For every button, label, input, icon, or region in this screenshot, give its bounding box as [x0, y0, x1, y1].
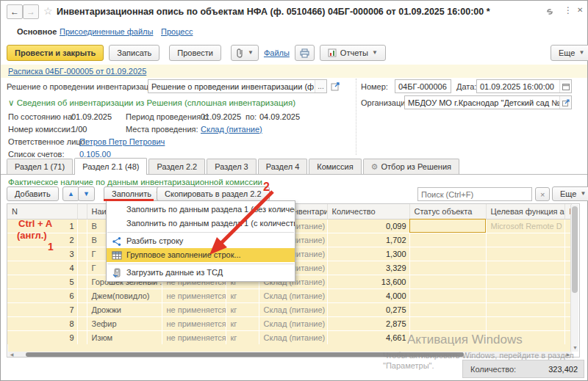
- post-and-close-button[interactable]: Провести и закрыть: [7, 45, 104, 61]
- close-icon: ×: [540, 190, 545, 199]
- period-to: 04.09.2025: [259, 112, 300, 121]
- tab-commission[interactable]: Комиссия: [309, 159, 361, 174]
- responsible-label: Ответственное лицо:: [8, 137, 87, 146]
- col-mark[interactable]: [77, 204, 87, 219]
- vscroll-thumb[interactable]: [572, 206, 578, 293]
- choose-button[interactable]: ...: [315, 80, 326, 92]
- gear-icon: ⚙: [371, 162, 379, 172]
- tab-selection[interactable]: ⚙Отбор из Решения: [363, 159, 459, 174]
- forward-button[interactable]: →: [23, 4, 39, 19]
- col-status[interactable]: Статус объекта: [409, 204, 486, 219]
- annotation-underline: [104, 199, 154, 201]
- write-button[interactable]: Записать: [109, 45, 159, 61]
- menu-item-load-tsd[interactable]: Загрузить данные из ТСД: [107, 266, 295, 280]
- open-decision-icon[interactable]: [331, 81, 340, 91]
- command-bar: Провести и закрыть Записать Провести ▼ Ф…: [7, 45, 386, 61]
- windows-activation-watermark: Активация Windows: [407, 333, 523, 347]
- tab-process[interactable]: Процесс: [161, 27, 193, 36]
- total-quantity-label: Количество:: [463, 365, 516, 374]
- annotation-arrow: [201, 184, 278, 258]
- table-row[interactable]: 8 Зефир не применяется кг Склад (питание…: [7, 316, 571, 330]
- open-org-icon[interactable]: [559, 96, 571, 109]
- tab-section-2-2[interactable]: Раздел 2.2: [148, 159, 205, 174]
- commission-value: 1/00: [71, 125, 87, 134]
- period-from: 01.09.2025: [201, 112, 241, 121]
- annotation-step-1: 1: [48, 241, 54, 253]
- print-button[interactable]: [295, 45, 315, 61]
- table-row[interactable]: 6 Джем(повидло) не применяется кг Склад …: [7, 289, 571, 302]
- decision-field[interactable]: Решение о проведении инвентаризации (ф. …: [148, 79, 327, 93]
- add-row-button[interactable]: Добавить: [7, 186, 59, 201]
- reports-button[interactable]: Отчеты▼: [320, 45, 386, 61]
- table-fill-icon: [112, 250, 122, 261]
- table-more-button[interactable]: Еще▼: [552, 186, 588, 201]
- clear-search-button[interactable]: ×: [535, 187, 550, 201]
- as-of-label: По состоянию на:: [8, 112, 74, 121]
- post-button[interactable]: Провести: [169, 45, 221, 61]
- arrow-up-icon: ▲: [68, 190, 74, 197]
- org-field[interactable]: МБДОУ МО г.Краснодар "Детский сад № 314": [404, 95, 572, 109]
- more-menu-icon[interactable]: ⋮: [564, 5, 573, 15]
- windows-activation-watermark-line2: Чтобы активировать Windows, перейдите в …: [383, 351, 574, 360]
- number-label: Номер:: [361, 82, 388, 91]
- receipt-link[interactable]: Расписка 04БГ-000005 от 01.09.2025: [8, 67, 146, 76]
- commission-label: Номер комиссии:: [8, 125, 73, 134]
- scroll-left-icon[interactable]: ◀: [8, 352, 15, 358]
- move-down-button[interactable]: ▼: [78, 186, 95, 201]
- total-quantity-box: Количество: 323,402: [462, 360, 584, 378]
- printer-icon: [300, 48, 309, 58]
- split-row-icon: [112, 236, 122, 247]
- total-quantity-value: 323,402: [548, 365, 584, 374]
- paperclip-icon: [236, 48, 244, 58]
- annotation-lang: (англ.): [17, 230, 47, 241]
- nav-buttons: ←→: [7, 4, 39, 19]
- number-field[interactable]: 04БГ-000006: [395, 79, 451, 93]
- tab-main[interactable]: Основное: [17, 27, 57, 36]
- places-link[interactable]: Склад (питание): [201, 125, 262, 134]
- back-button[interactable]: ←: [7, 4, 23, 19]
- col-n[interactable]: N: [7, 204, 77, 219]
- divider: [356, 79, 356, 155]
- more-button[interactable]: Еще▼: [551, 45, 588, 61]
- close-icon[interactable]: ✕: [577, 6, 583, 14]
- tab-section-2-1[interactable]: Раздел 2.1 (48): [74, 158, 147, 175]
- tab-attached-files[interactable]: Присоединенные файлы: [60, 27, 153, 36]
- forward-icon: →: [26, 7, 35, 17]
- annotation-ctrl-a: Ctrl + A: [18, 218, 52, 229]
- linked-docs-strip: Расписка 04БГ-000005 от 01.09.2025: [1, 65, 587, 78]
- windows-activation-watermark-line3: "Параметры".: [383, 361, 434, 370]
- tab-section-1[interactable]: Раздел 1 (71): [7, 159, 73, 174]
- places-label: Места проведения:: [126, 125, 198, 134]
- attachment-button[interactable]: ▼: [231, 45, 259, 61]
- document-window: ←→ ☆ Инвентаризационная опись по объекта…: [0, 0, 588, 381]
- period-label: Период проведения с:: [126, 112, 209, 121]
- report-icon: [328, 48, 337, 57]
- tab-section-3[interactable]: Раздел 3: [207, 159, 257, 174]
- date-field[interactable]: 01.09.2025 16:00:00: [476, 79, 572, 93]
- tab-section-4[interactable]: Раздел 4: [258, 159, 308, 174]
- tsd-device-icon: [112, 268, 122, 278]
- move-up-button[interactable]: ▲: [62, 186, 79, 201]
- section-tabs: Раздел 1 (71) Раздел 2.1 (48) Раздел 2.2…: [1, 158, 587, 175]
- date-label: Дата:: [456, 82, 476, 91]
- search-input[interactable]: [417, 187, 532, 201]
- favorite-star-icon[interactable]: ☆: [43, 5, 53, 17]
- col-target[interactable]: Целевая функция акт...: [486, 204, 564, 219]
- menu-separator: [107, 264, 294, 264]
- chevron-down-icon: ▼: [580, 191, 586, 197]
- table-row[interactable]: 7 Дрожжи не применяется кг Склад (питани…: [7, 302, 571, 316]
- details-toggle[interactable]: ∨ Сведения об инвентаризации из Решения …: [8, 98, 295, 108]
- selected-cell[interactable]: [409, 219, 486, 233]
- responsible-link[interactable]: Петров Петр Петрович: [79, 137, 165, 146]
- col-qty[interactable]: Количество: [327, 204, 409, 219]
- back-icon: ←: [10, 7, 19, 17]
- search-field[interactable]: [418, 190, 531, 199]
- arrow-down-icon: ▼: [83, 190, 90, 197]
- get-link-icon[interactable]: [545, 7, 555, 16]
- to-label: по:: [245, 112, 257, 121]
- as-of-value: 01.09.2025: [71, 112, 112, 121]
- vertical-scrollbar[interactable]: ▼: [570, 205, 578, 352]
- files-link[interactable]: Файлы: [264, 48, 290, 57]
- chevron-down-icon: ▼: [578, 50, 584, 56]
- calendar-icon[interactable]: [559, 80, 571, 92]
